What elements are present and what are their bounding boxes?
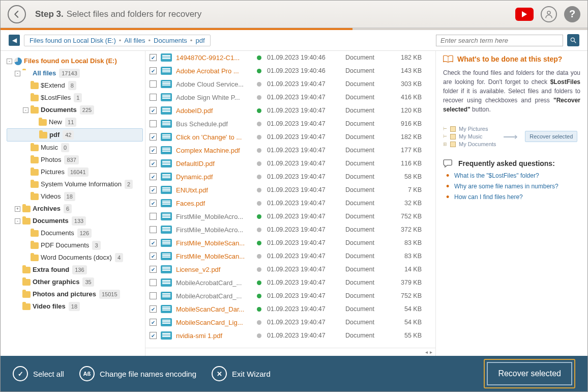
faq-link[interactable]: What is the "$LostFiles" folder? xyxy=(446,172,580,179)
file-row[interactable]: AdobeID.pdf01.09.2023 19:40:47Document12… xyxy=(145,104,435,117)
breadcrumb-part[interactable]: All files xyxy=(124,37,145,44)
count-badge: 18 xyxy=(64,192,75,201)
select-all-button[interactable]: ✓ Select all xyxy=(13,366,64,381)
tree-item[interactable]: Extra found136 xyxy=(7,264,143,276)
file-row[interactable]: Faces.pdf01.09.2023 19:40:47Document32 K… xyxy=(145,197,435,210)
file-row[interactable]: MobileAcrobatCard_...01.09.2023 19:40:47… xyxy=(145,276,435,289)
back-button[interactable] xyxy=(8,5,26,23)
recover-selected-button[interactable]: Recover selected xyxy=(487,362,572,385)
file-checkbox[interactable] xyxy=(150,147,157,154)
file-row[interactable]: nvidia-smi 1.pdf01.09.2023 19:40:47Docum… xyxy=(145,329,435,342)
tree-item[interactable]: +Archives6 xyxy=(7,203,143,215)
tree-toggle[interactable]: - xyxy=(7,59,12,64)
file-checkbox[interactable] xyxy=(150,279,157,286)
tree-item[interactable]: System Volume Information2 xyxy=(7,178,143,190)
file-row[interactable]: License_v2.pdf01.09.2023 19:40:47Documen… xyxy=(145,263,435,276)
file-checkbox[interactable] xyxy=(150,305,157,313)
file-row[interactable]: FirstMile_MobileAcro...01.09.2023 19:40:… xyxy=(145,210,435,223)
tree-item[interactable]: pdf42 xyxy=(7,128,143,142)
file-row[interactable]: MobileAcrobatCard_...01.09.2023 19:40:47… xyxy=(145,289,435,302)
file-checkbox[interactable] xyxy=(150,107,157,114)
breadcrumb[interactable]: Files found on Local Disk (E:)•All files… xyxy=(24,35,211,46)
file-checkbox[interactable] xyxy=(150,67,157,74)
file-checkbox[interactable] xyxy=(150,54,157,61)
search-input[interactable] xyxy=(436,35,563,46)
file-checkbox[interactable] xyxy=(150,200,157,207)
file-row[interactable]: ENUtxt.pdf01.09.2023 19:40:47Document7 K… xyxy=(145,183,435,197)
file-checkbox[interactable] xyxy=(150,186,157,193)
file-row[interactable]: MobileScanCard_Dar...01.09.2023 19:40:47… xyxy=(145,302,435,316)
file-checkbox[interactable] xyxy=(150,292,157,299)
youtube-icon[interactable] xyxy=(515,8,534,21)
tree-item[interactable]: Photos and pictures15015 xyxy=(7,288,143,300)
file-checkbox[interactable] xyxy=(150,319,157,326)
file-type: Document xyxy=(345,253,387,260)
breadcrumb-part[interactable]: pdf xyxy=(195,37,204,44)
file-checkbox[interactable] xyxy=(150,239,157,246)
exit-wizard-button[interactable]: ✕ Exit Wizard xyxy=(212,366,271,381)
tree-pane[interactable]: -Files found on Local Disk (E:)-All file… xyxy=(1,51,145,356)
file-row[interactable]: Adobe Acrobat Pro ...01.09.2023 19:40:46… xyxy=(145,64,435,77)
help-icon[interactable]: ? xyxy=(564,6,580,22)
tree-item[interactable]: -Documents133 xyxy=(7,215,143,227)
tree-item[interactable]: $LostFiles1 xyxy=(7,92,143,104)
file-checkbox[interactable] xyxy=(150,160,157,167)
tree-toggle[interactable]: - xyxy=(15,218,20,224)
file-row[interactable]: Bus Schedule.pdf01.09.2023 19:40:47Docum… xyxy=(145,117,435,130)
breadcrumb-back-button[interactable]: ◀ xyxy=(9,35,20,46)
tree-item[interactable]: Word Documents (docx)4 xyxy=(7,251,143,264)
file-checkbox[interactable] xyxy=(150,266,157,273)
tree-item[interactable]: -Documents225 xyxy=(7,104,143,116)
search-button[interactable] xyxy=(567,34,579,46)
file-size: 120 KB xyxy=(391,107,422,114)
file-icon xyxy=(161,252,172,260)
file-row[interactable]: DefaultID.pdf01.09.2023 19:40:47Document… xyxy=(145,157,435,170)
arrow-right-icon: ⟶ xyxy=(503,130,518,143)
tree-toggle[interactable]: - xyxy=(23,107,28,113)
file-checkbox[interactable] xyxy=(150,332,157,339)
file-checkbox[interactable] xyxy=(150,213,157,220)
tree-toggle[interactable]: - xyxy=(15,71,20,76)
user-icon[interactable] xyxy=(541,6,557,22)
tree-item[interactable]: Other graphics35 xyxy=(7,276,143,288)
file-checkbox[interactable] xyxy=(150,226,157,233)
tree-item[interactable]: Photos837 xyxy=(7,154,143,166)
file-checkbox[interactable] xyxy=(150,120,157,127)
file-checkbox[interactable] xyxy=(150,133,157,141)
file-checkbox[interactable] xyxy=(150,253,157,260)
file-name: 1494870C-9912-C1... xyxy=(176,54,251,62)
faq-link[interactable]: How can I find files here? xyxy=(446,193,580,201)
breadcrumb-part[interactable]: Documents xyxy=(154,37,187,44)
file-row[interactable]: FirstMile_MobileScan...01.09.2023 19:40:… xyxy=(145,249,435,263)
file-row[interactable]: Adobe Sign White P...01.09.2023 19:40:47… xyxy=(145,91,435,104)
file-row[interactable]: MobileScanCard_Lig...01.09.2023 19:40:47… xyxy=(145,316,435,329)
tree-item[interactable]: $Extend8 xyxy=(7,79,143,92)
faq-link[interactable]: Why are some file names in numbers? xyxy=(446,183,580,190)
file-checkbox[interactable] xyxy=(150,173,157,180)
file-row[interactable]: FirstMile_MobileAcro...01.09.2023 19:40:… xyxy=(145,223,435,236)
tree-item[interactable]: Music0 xyxy=(7,142,143,154)
tree-item[interactable]: Pictures16041 xyxy=(7,166,143,178)
tree-item[interactable]: Documents126 xyxy=(7,227,143,239)
file-name: MobileAcrobatCard_... xyxy=(176,292,251,300)
file-checkbox[interactable] xyxy=(150,94,157,101)
file-row[interactable]: Dynamic.pdf01.09.2023 19:40:47Document58… xyxy=(145,170,435,183)
tree-item[interactable]: Video files18 xyxy=(7,300,143,313)
file-row[interactable]: Adobe Cloud Service...01.09.2023 19:40:4… xyxy=(145,77,435,91)
tree-item[interactable]: -Files found on Local Disk (E:) xyxy=(7,55,143,67)
file-list[interactable]: 1494870C-9912-C1...01.09.2023 19:40:46Do… xyxy=(145,51,435,348)
breadcrumb-part[interactable]: Files found on Local Disk (E:) xyxy=(30,37,116,44)
tree-item[interactable]: -All files17143 xyxy=(7,67,143,79)
tree-toggle[interactable]: + xyxy=(15,206,20,212)
tree-item[interactable]: PDF Documents3 xyxy=(7,239,143,251)
file-row[interactable]: Complex Machine.pdf01.09.2023 19:40:47Do… xyxy=(145,144,435,157)
file-row[interactable]: FirstMile_MobileScan...01.09.2023 19:40:… xyxy=(145,236,435,249)
tree-item[interactable]: New11 xyxy=(7,116,143,128)
file-checkbox[interactable] xyxy=(150,80,157,88)
file-row[interactable]: Click on 'Change' to ...01.09.2023 19:40… xyxy=(145,130,435,144)
file-date: 01.09.2023 19:40:47 xyxy=(267,186,341,193)
file-icon xyxy=(161,278,172,287)
tree-item[interactable]: Videos18 xyxy=(7,190,143,203)
encoding-button[interactable]: Aß Change file names encoding xyxy=(79,366,196,381)
file-row[interactable]: 1494870C-9912-C1...01.09.2023 19:40:46Do… xyxy=(145,51,435,64)
